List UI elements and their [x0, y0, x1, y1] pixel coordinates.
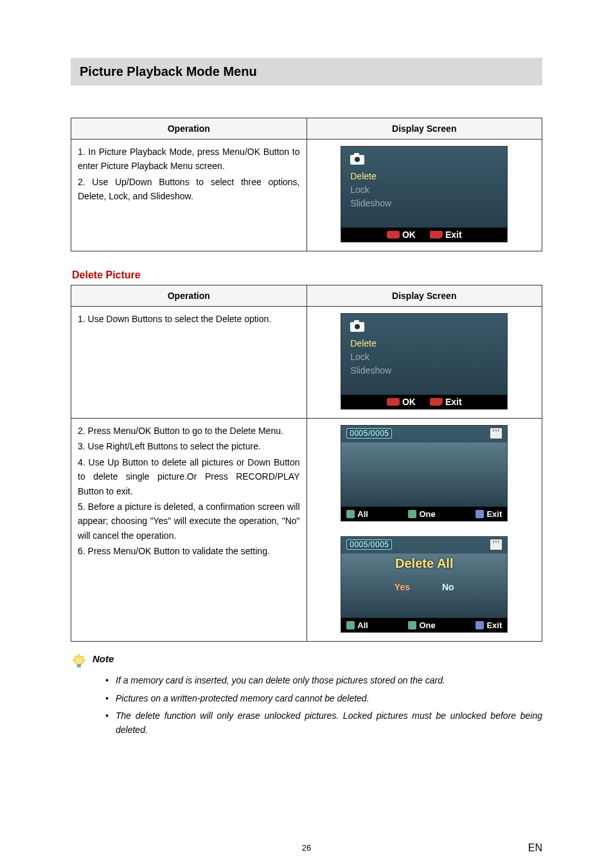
- note-item: The delete function will only erase unlo…: [105, 709, 542, 737]
- screen-top-bar: 0005/0005: [341, 537, 507, 552]
- operation-step: 2. Press Menu/OK Button to go to the Del…: [78, 424, 300, 438]
- lcd-screen-delete-browse: 0005/0005 All One Exit: [341, 425, 508, 521]
- svg-rect-9: [498, 429, 499, 431]
- menu-item-slideshow: Slideshow: [350, 197, 391, 210]
- footer-exit: Exit: [445, 230, 462, 240]
- screen-top-bar: 0005/0005: [341, 426, 507, 441]
- screen-footer: OK Exit: [341, 395, 507, 409]
- page-language: EN: [528, 842, 542, 854]
- lightbulb-icon: [71, 653, 87, 670]
- menu-item-delete: Delete: [350, 170, 391, 183]
- col-header-display-screen: Display Screen: [306, 285, 542, 307]
- dialog-options: Yes No: [341, 582, 507, 592]
- operation-cell: 1. In Picture Playback Mode, press Menu/…: [71, 140, 307, 251]
- image-counter: 0005/0005: [346, 539, 392, 550]
- footer-exit: Exit: [445, 397, 462, 407]
- menu-item-lock: Lock: [350, 350, 391, 364]
- camera-icon: [350, 153, 364, 165]
- preview-image: [341, 442, 507, 507]
- exit-button-icon: [430, 231, 443, 239]
- footer-ok: OK: [402, 230, 416, 240]
- col-header-operation: Operation: [71, 285, 307, 307]
- screen-footer: All One Exit: [341, 507, 507, 521]
- svg-rect-11: [493, 541, 494, 543]
- table-picture-playback-menu: Operation Display Screen 1. In Picture P…: [71, 118, 542, 251]
- exit-button-icon: [430, 398, 443, 406]
- memory-card-icon: [490, 428, 502, 439]
- svg-rect-13: [498, 541, 499, 543]
- screen-footer: OK Exit: [341, 228, 507, 242]
- up-icon: [346, 621, 355, 629]
- footer-one: One: [419, 620, 435, 630]
- svg-point-14: [75, 656, 84, 665]
- note-header-row: Note: [71, 653, 542, 670]
- down-icon: [408, 621, 416, 629]
- menu-item-slideshow: Slideshow: [350, 364, 391, 377]
- display-screen-cell: 0005/0005 All One Exit 0005/0: [306, 419, 542, 642]
- memory-card-icon: [490, 539, 502, 550]
- footer-ok: OK: [402, 397, 416, 407]
- svg-line-19: [74, 656, 75, 657]
- footer-exit: Exit: [486, 620, 502, 630]
- note-item: If a memory card is inserted, you can de…: [105, 674, 542, 688]
- page-number: 26: [0, 843, 613, 853]
- up-icon: [346, 510, 355, 518]
- note-label: Note: [93, 653, 114, 664]
- col-header-display-screen: Display Screen: [306, 118, 542, 140]
- exit-icon: [475, 621, 484, 629]
- svg-point-5: [355, 324, 360, 329]
- screen-menu-list: Delete Lock Slideshow: [350, 337, 391, 377]
- svg-rect-15: [77, 664, 81, 667]
- col-header-operation: Operation: [71, 118, 307, 140]
- display-screen-cell: Delete Lock Slideshow OK Exit: [306, 140, 542, 251]
- page: Picture Playback Mode Menu Operation Dis…: [0, 0, 613, 868]
- lcd-screen-delete-confirm: 0005/0005 Delete All Yes No All One: [341, 536, 508, 633]
- option-no: No: [442, 582, 454, 592]
- ok-button-icon: [387, 398, 400, 406]
- svg-rect-7: [493, 429, 494, 431]
- footer-all: All: [357, 509, 368, 519]
- operation-step: 2. Use Up/Down Buttons to select three o…: [78, 175, 300, 204]
- operation-step: 1. Use Down Buttons to select the Delete…: [78, 312, 300, 326]
- lcd-screen-menu: Delete Lock Slideshow OK Exit: [341, 146, 508, 242]
- ok-button-icon: [387, 231, 400, 239]
- operation-cell: 1. Use Down Buttons to select the Delete…: [71, 307, 307, 419]
- operation-step: 4. Use Up Button to delete all pictures …: [78, 455, 300, 498]
- svg-point-2: [355, 157, 360, 162]
- dialog-title-delete-all: Delete All: [341, 556, 507, 571]
- screen-footer: All One Exit: [341, 618, 507, 632]
- svg-rect-12: [495, 541, 497, 543]
- operation-step: 5. Before a picture is deleted, a confir…: [78, 500, 300, 543]
- subsection-title-delete-picture: Delete Picture: [72, 269, 542, 281]
- footer-exit: Exit: [486, 509, 502, 519]
- menu-item-delete: Delete: [350, 337, 391, 350]
- down-icon: [408, 510, 416, 518]
- exit-icon: [475, 510, 484, 518]
- lcd-screen-menu: Delete Lock Slideshow OK Exit: [341, 313, 508, 410]
- operation-step: 6. Press Menu/OK Button to validate the …: [78, 544, 300, 558]
- section-title-bar: Picture Playback Mode Menu: [71, 58, 542, 86]
- display-screen-cell: Delete Lock Slideshow OK Exit: [306, 307, 542, 419]
- notes-list: If a memory card is inserted, you can de…: [105, 674, 542, 737]
- table-delete-picture: Operation Display Screen 1. Use Down But…: [71, 285, 542, 642]
- svg-rect-1: [354, 153, 359, 156]
- svg-line-20: [83, 656, 84, 657]
- note-item: Pictures on a written-protected memory c…: [105, 692, 542, 706]
- operation-cell: 2. Press Menu/OK Button to go to the Del…: [71, 419, 307, 642]
- svg-rect-8: [495, 429, 497, 431]
- image-counter: 0005/0005: [346, 428, 392, 439]
- option-yes: Yes: [395, 582, 410, 592]
- menu-item-lock: Lock: [350, 183, 391, 197]
- operation-step: 1. In Picture Playback Mode, press Menu/…: [78, 145, 300, 174]
- operation-step: 3. Use Right/Left Buttons to select the …: [78, 439, 300, 453]
- screen-menu-list: Delete Lock Slideshow: [350, 170, 391, 210]
- footer-one: One: [419, 509, 435, 519]
- footer-all: All: [357, 620, 368, 630]
- svg-rect-4: [354, 320, 359, 323]
- camera-icon: [350, 320, 364, 332]
